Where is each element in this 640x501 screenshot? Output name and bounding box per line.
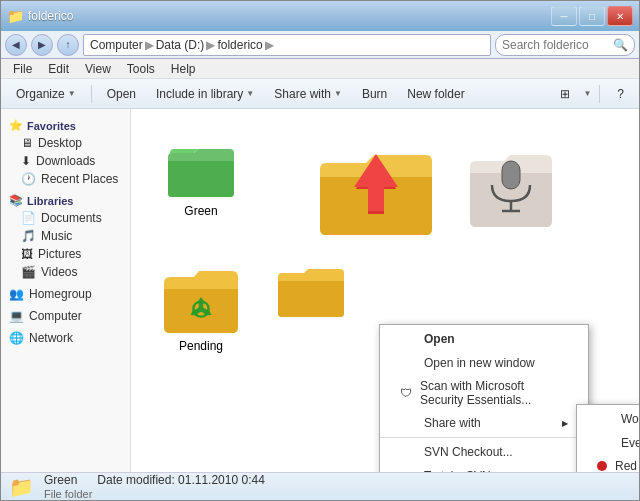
star-icon: ⭐ (9, 119, 23, 132)
view-arrow: ▼ (583, 89, 591, 98)
sidebar-item-computer[interactable]: 💻 Computer (1, 307, 130, 325)
sep2: ▶ (206, 38, 215, 52)
view-button[interactable]: ⊞ (551, 83, 579, 105)
sidebar-item-downloads[interactable]: ⬇ Downloads (1, 152, 130, 170)
window-icon: 📁 (7, 8, 24, 24)
menu-file[interactable]: File (5, 60, 40, 78)
back-button[interactable]: ◀ (5, 34, 27, 56)
folder-mic[interactable] (461, 139, 561, 239)
forward-button[interactable]: ▶ (31, 34, 53, 56)
cm-share-icon (400, 415, 416, 431)
cm-scan-icon: 🛡 (400, 385, 412, 401)
pending-folder-icon (161, 259, 241, 334)
arrow-folder-icon (316, 139, 436, 239)
folder-green[interactable]: Green (161, 139, 241, 239)
green-folder-label: Green (181, 203, 220, 219)
breadcrumb[interactable]: Computer ▶ Data (D:) ▶ folderico ▶ (83, 34, 491, 56)
sep1: ▶ (145, 38, 154, 52)
music-icon: 🎵 (21, 229, 36, 243)
status-name: Green (44, 473, 77, 487)
burn-button[interactable]: Burn (353, 83, 396, 105)
up-button[interactable]: ↑ (57, 34, 79, 56)
computer-section: 💻 Computer (1, 307, 130, 325)
sidebar-item-homegroup[interactable]: 👥 Homegroup (1, 285, 130, 303)
sidebar-item-network[interactable]: 🌐 Network (1, 329, 130, 347)
cm-open[interactable]: Open (380, 327, 588, 351)
sidebar-item-music[interactable]: 🎵 Music (1, 227, 130, 245)
organize-arrow: ▼ (68, 89, 76, 98)
folder-arrow[interactable] (311, 139, 441, 239)
search-input[interactable] (502, 38, 609, 52)
menu-edit[interactable]: Edit (40, 60, 77, 78)
menu-tools[interactable]: Tools (119, 60, 163, 78)
sidebar-item-videos[interactable]: 🎬 Videos (1, 263, 130, 281)
homegroup-icon: 👥 (9, 287, 24, 301)
sub-work[interactable]: Work ▶ (577, 407, 639, 431)
sep3: ▶ (265, 38, 274, 52)
network-icon: 🌐 (9, 331, 24, 345)
library-icon: 📚 (9, 194, 23, 207)
help-icon-button[interactable]: ? (608, 83, 633, 105)
status-type: File folder (44, 488, 92, 500)
mic-folder-icon (466, 139, 556, 229)
sub-everyday-icon (597, 435, 613, 451)
title-bar-left: 📁 folderico (7, 8, 73, 24)
breadcrumb-drive[interactable]: Data (D:) (156, 38, 205, 52)
new-folder-button[interactable]: New folder (398, 83, 473, 105)
breadcrumb-folder[interactable]: folderico (217, 38, 262, 52)
favorites-header[interactable]: ⭐ Favorites (1, 117, 130, 134)
minimize-button[interactable]: ─ (551, 6, 577, 26)
sidebar-item-documents[interactable]: 📄 Documents (1, 209, 130, 227)
docs-icon: 📄 (21, 211, 36, 225)
organize-button[interactable]: Organize ▼ (7, 83, 85, 105)
folderico-submenu: Work ▶ Everyday ▶ Red Green (576, 404, 639, 472)
folder-pending[interactable]: Pending (161, 259, 241, 354)
sidebar-item-pictures[interactable]: 🖼 Pictures (1, 245, 130, 263)
libraries-header[interactable]: 📚 Libraries (1, 192, 130, 209)
menu-view[interactable]: View (77, 60, 119, 78)
main-area: ⭐ Favorites 🖥 Desktop ⬇ Downloads 🕐 Rece… (1, 109, 639, 472)
sub-red[interactable]: Red (577, 455, 639, 472)
share-with-button[interactable]: Share with ▼ (265, 83, 351, 105)
cm-share-with[interactable]: Share with ▶ (380, 411, 588, 435)
cm-new-window-icon (400, 355, 416, 371)
maximize-button[interactable]: □ (579, 6, 605, 26)
sidebar-item-recent[interactable]: 🕐 Recent Places (1, 170, 130, 188)
title-bar: 📁 folderico ─ □ ✕ (1, 1, 639, 31)
videos-icon: 🎬 (21, 265, 36, 279)
folder-yellow2[interactable] (271, 259, 351, 354)
context-menu: Open Open in new window 🛡 Scan with Micr… (379, 324, 589, 472)
status-date: Date modified: 01.11.2010 0:44 (97, 473, 264, 487)
cm-svn-icon (400, 444, 416, 460)
address-bar: ◀ ▶ ↑ Computer ▶ Data (D:) ▶ folderico ▶… (1, 31, 639, 59)
breadcrumb-computer[interactable]: Computer (90, 38, 143, 52)
window-title: folderico (28, 9, 73, 23)
cm-sep1 (380, 437, 588, 438)
sidebar-item-desktop[interactable]: 🖥 Desktop (1, 134, 130, 152)
include-arrow: ▼ (246, 89, 254, 98)
open-button[interactable]: Open (98, 83, 145, 105)
recent-icon: 🕐 (21, 172, 36, 186)
include-library-button[interactable]: Include in library ▼ (147, 83, 263, 105)
desktop-icon: 🖥 (21, 136, 33, 150)
cm-tortoise[interactable]: TortoiseSVN ▶ (380, 464, 588, 472)
close-button[interactable]: ✕ (607, 6, 633, 26)
toolbar-sep1 (91, 85, 92, 103)
pending-folder-label: Pending (176, 338, 226, 354)
cm-tortoise-arrow: ▶ (562, 472, 568, 473)
sub-everyday[interactable]: Everyday ▶ (577, 431, 639, 455)
title-bar-controls: ─ □ ✕ (551, 6, 633, 26)
cm-svn[interactable]: SVN Checkout... (380, 440, 588, 464)
sub-red-dot (597, 461, 607, 471)
explorer-window: 📁 folderico ─ □ ✕ ◀ ▶ ↑ Computer ▶ Data … (0, 0, 640, 501)
downloads-icon: ⬇ (21, 154, 31, 168)
green-folder-icon (166, 139, 236, 199)
computer-icon: 💻 (9, 309, 24, 323)
cm-scan[interactable]: 🛡 Scan with Microsoft Security Essential… (380, 375, 588, 411)
cm-open-new-window[interactable]: Open in new window (380, 351, 588, 375)
homegroup-section: 👥 Homegroup (1, 285, 130, 303)
search-box[interactable]: 🔍 (495, 34, 635, 56)
content-area: Green (131, 109, 639, 472)
menu-help[interactable]: Help (163, 60, 204, 78)
svg-rect-3 (502, 161, 520, 189)
